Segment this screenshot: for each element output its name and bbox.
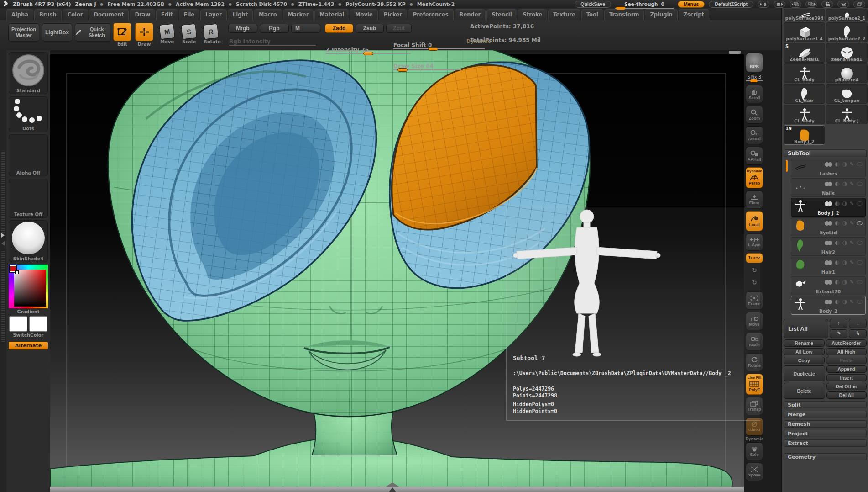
menu-stencil[interactable]: Stencil bbox=[486, 9, 517, 20]
tray-collapse-icon[interactable] bbox=[1, 241, 5, 246]
menu-alpha[interactable]: Alpha bbox=[6, 9, 33, 20]
subtool-move-down-button[interactable]: ↳ bbox=[849, 329, 867, 339]
projection-master-button[interactable]: Projection Master bbox=[8, 23, 39, 42]
prev-divider-icon[interactable] bbox=[758, 1, 769, 8]
section-remesh[interactable]: Remesh bbox=[784, 420, 867, 428]
section-geometry[interactable]: Geometry bbox=[784, 453, 867, 460]
lightbox-button[interactable]: LightBox bbox=[42, 23, 72, 42]
scale-button[interactable]: S bbox=[181, 23, 197, 39]
rgb-button[interactable]: Rgb bbox=[260, 24, 289, 33]
all-high-button[interactable]: All High bbox=[826, 348, 867, 355]
alpha-thumbnail[interactable]: Alpha Off bbox=[9, 134, 48, 176]
insert-button[interactable]: Insert bbox=[826, 374, 867, 381]
menu-file[interactable]: File bbox=[179, 9, 200, 20]
tool-item[interactable]: CL_Hair bbox=[784, 84, 825, 104]
duplicate-button[interactable]: Duplicate bbox=[784, 365, 825, 381]
menus-button[interactable]: Menus bbox=[678, 1, 705, 8]
solo-button[interactable]: Solo bbox=[746, 442, 763, 460]
tool-item[interactable]: CL_tongue bbox=[826, 84, 868, 104]
rename-button[interactable]: Rename bbox=[784, 339, 825, 347]
del-other-button[interactable]: Del Other bbox=[826, 383, 867, 390]
subtool-toggles[interactable]: ✎ bbox=[825, 240, 863, 246]
menu-zplugin[interactable]: Zplugin bbox=[645, 9, 677, 20]
next-ui-icon[interactable] bbox=[805, 1, 817, 8]
draw-size-slider[interactable]: Draw Size 64 bbox=[393, 61, 461, 69]
menu-draw[interactable]: Draw bbox=[130, 9, 155, 20]
subtool-toggles[interactable]: ✎ bbox=[825, 220, 863, 226]
paste-button[interactable]: Paste bbox=[826, 357, 867, 364]
menu-texture[interactable]: Texture bbox=[548, 9, 580, 20]
canvas-bottom-scrollbar[interactable] bbox=[50, 487, 744, 492]
subtool-item[interactable]: ✎ Nails bbox=[791, 178, 866, 197]
all-low-button[interactable]: All Low bbox=[784, 348, 825, 355]
spix-slider[interactable]: SPix 3 bbox=[746, 74, 763, 82]
xpose-button[interactable]: Xpose bbox=[746, 463, 763, 481]
focal-shift-knob[interactable] bbox=[428, 47, 438, 51]
tool-item[interactable]: polySurface1 4 bbox=[784, 22, 825, 42]
sv-cursor[interactable] bbox=[15, 270, 19, 274]
menu-zscript[interactable]: Zscript bbox=[679, 9, 709, 20]
subtool-item[interactable]: ✎ EyeLid bbox=[791, 217, 866, 236]
menu-light[interactable]: Light bbox=[228, 9, 253, 20]
append-button[interactable]: Append bbox=[826, 365, 867, 373]
tool-item[interactable]: CL_Body bbox=[784, 63, 825, 83]
menu-tool[interactable]: Tool bbox=[581, 9, 603, 20]
secondary-color-swatch[interactable] bbox=[29, 316, 47, 332]
tray-expand-icon[interactable] bbox=[1, 233, 5, 238]
subtool-toggles[interactable]: ✎ bbox=[825, 279, 863, 285]
move-button[interactable]: M bbox=[159, 23, 175, 39]
mrgb-button[interactable]: Mrgb bbox=[228, 24, 257, 33]
menu-brush[interactable]: Brush bbox=[34, 9, 62, 20]
menu-color[interactable]: Color bbox=[63, 9, 88, 20]
sv-square[interactable] bbox=[14, 270, 46, 307]
see-through-slider[interactable]: See-through 0 bbox=[615, 1, 674, 7]
default-zscript-button[interactable]: DefaultZScript bbox=[709, 1, 753, 8]
tool-item[interactable]: polySurface2_2 bbox=[826, 22, 868, 42]
menu-picker[interactable]: Picker bbox=[379, 9, 407, 20]
spix-knob[interactable] bbox=[750, 79, 758, 82]
section-project[interactable]: Project bbox=[784, 430, 867, 437]
subtool-item[interactable]: ✎ Lashes bbox=[791, 159, 866, 177]
tool-item-selected[interactable]: 19 Body J_2 bbox=[784, 125, 825, 145]
draw-size-knob[interactable] bbox=[397, 68, 408, 72]
subtool-toggles[interactable]: ✎ bbox=[825, 201, 863, 206]
tool-item[interactable]: CL_Body J bbox=[826, 105, 868, 124]
menu-edit[interactable]: Edit bbox=[156, 9, 178, 20]
subtool-item[interactable]: ✎ Hair2 bbox=[791, 237, 866, 256]
menu-document[interactable]: Document bbox=[89, 9, 129, 20]
delete-button[interactable]: Delete bbox=[784, 383, 825, 399]
section-split[interactable]: Split bbox=[784, 401, 867, 408]
subtool-scroll-marker[interactable] bbox=[786, 160, 788, 172]
see-through-knob[interactable] bbox=[616, 7, 625, 10]
tool-item[interactable]: 5 Zeena-Nail1 bbox=[784, 43, 825, 63]
canvas-top-scroll-end[interactable] bbox=[729, 51, 741, 54]
subtool-toggles[interactable]: ✎ bbox=[825, 181, 863, 187]
subtool-item-selected[interactable]: ✎ Body J_2 bbox=[791, 198, 866, 217]
quicksave-button[interactable]: QuickSave bbox=[575, 1, 611, 8]
m-button[interactable]: M bbox=[291, 24, 320, 33]
menu-marker[interactable]: Marker bbox=[283, 9, 314, 20]
rotate-button[interactable]: R bbox=[203, 23, 219, 39]
subtool-move-up-button[interactable]: ↷ bbox=[830, 329, 847, 339]
subtool-item[interactable]: ✎ Hair1 bbox=[791, 257, 866, 275]
scroll-button[interactable]: Scroll bbox=[746, 85, 763, 103]
subtool-toggles[interactable]: ✎ bbox=[825, 161, 863, 167]
subtool-toggles[interactable]: ✎ bbox=[825, 259, 863, 265]
collapse-icon[interactable] bbox=[837, 1, 849, 8]
subtool-up-button[interactable]: ↑ bbox=[830, 319, 847, 328]
tool-item[interactable]: polySurface394 bbox=[784, 9, 825, 21]
tool-item[interactable]: polySurface2_1 bbox=[826, 9, 868, 21]
autoreorder-button[interactable]: AutoReorder bbox=[826, 339, 867, 347]
color-picker[interactable] bbox=[9, 265, 48, 308]
subtool-down-button[interactable]: ↓ bbox=[849, 319, 867, 328]
copy-button[interactable]: Copy bbox=[784, 357, 825, 364]
next-divider-icon[interactable] bbox=[774, 1, 785, 8]
zcut-button[interactable]: Zcut bbox=[386, 24, 412, 33]
switch-color-swatches[interactable] bbox=[9, 316, 47, 332]
zoom-button[interactable]: Zoom bbox=[746, 106, 763, 124]
texture-thumbnail[interactable]: Texture Off bbox=[9, 179, 48, 218]
menu-movie[interactable]: Movie bbox=[350, 9, 378, 20]
menu-macro[interactable]: Macro bbox=[254, 9, 282, 20]
actual-button[interactable]: x1 Actual bbox=[746, 126, 763, 144]
lock-icon[interactable] bbox=[821, 1, 833, 8]
